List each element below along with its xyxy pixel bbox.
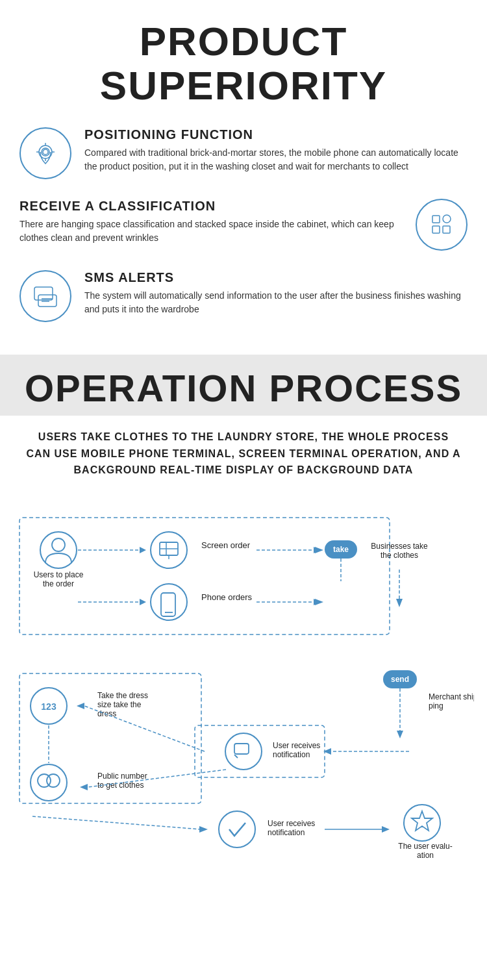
feature-sms-desc: The system will automatically send infor… [84,289,468,316]
svg-point-72 [47,774,60,787]
svg-point-40 [151,584,187,620]
svg-text:ping: ping [429,701,443,710]
svg-point-56 [225,733,262,770]
sms-icon [19,270,71,322]
positioning-icon [19,127,71,179]
svg-marker-62 [323,748,331,755]
svg-marker-48 [396,599,403,607]
svg-text:User receives: User receives [268,819,315,828]
feature-positioning-title: POSITIONING FUNCTION [84,127,468,142]
svg-text:Phone orders: Phone orders [201,592,253,602]
svg-text:Take the dress: Take the dress [97,691,148,700]
svg-rect-10 [443,226,450,233]
feature-classification-title: RECEIVE A CLASSIFICATION [19,199,403,214]
svg-text:size take the: size take the [97,700,142,709]
svg-line-77 [32,816,201,829]
operation-title: OPERATION PROCESS [19,368,468,409]
svg-marker-55 [77,703,84,709]
operation-desc-section: USERS TAKE CLOTHES TO THE LAUNDRY STORE,… [0,416,487,492]
svg-rect-9 [432,226,440,233]
svg-text:User receives: User receives [273,741,320,750]
svg-text:Screen order: Screen order [201,540,251,550]
feature-positioning: POSITIONING FUNCTION Compared with tradi… [19,127,468,179]
svg-text:Public number: Public number [97,772,147,781]
svg-rect-7 [432,216,440,223]
svg-marker-83 [382,826,390,833]
svg-text:123: 123 [41,701,56,712]
svg-line-54 [84,706,205,751]
svg-text:ation: ation [417,851,434,860]
svg-text:the clothes: the clothes [381,551,418,560]
svg-rect-12 [38,295,56,307]
svg-marker-68 [397,731,403,738]
svg-text:The user evalu-: The user evalu- [398,842,452,851]
svg-marker-39 [140,599,146,605]
svg-text:Merchant ship-: Merchant ship- [429,692,474,701]
svg-point-8 [443,215,451,223]
svg-marker-46 [315,599,323,605]
feature-classification-text: RECEIVE A CLASSIFICATION There are hangi… [19,199,403,245]
svg-marker-78 [199,826,208,833]
flow-diagram: Users to place the order Screen order ta… [13,505,474,868]
svg-text:the order: the order [43,579,74,588]
svg-marker-32 [315,547,323,553]
feature-positioning-desc: Compared with traditional brick-and-mort… [84,146,468,173]
page-title: PRODUCT SUPERIORITY [19,19,468,108]
svg-rect-57 [234,744,249,754]
operation-description: USERS TAKE CLOTHES TO THE LAUNDRY STORE,… [26,429,461,479]
classification-icon [416,199,468,251]
svg-text:dress: dress [97,709,116,718]
svg-marker-23 [140,547,146,553]
feature-sms-text: SMS ALERTS The system will automatically… [84,270,468,316]
feature-classification: RECEIVE A CLASSIFICATION There are hangi… [19,199,468,251]
svg-point-79 [219,811,255,848]
svg-point-19 [52,538,65,551]
svg-point-24 [151,532,187,568]
svg-text:Users to place: Users to place [34,570,84,579]
svg-marker-76 [80,784,88,790]
feature-sms-title: SMS ALERTS [84,270,468,285]
svg-rect-11 [34,287,53,300]
svg-text:Businesses take: Businesses take [371,542,428,551]
svg-text:notification: notification [268,828,305,837]
svg-text:send: send [391,675,409,684]
svg-text:take: take [333,545,349,554]
svg-marker-85 [412,811,432,831]
feature-positioning-text: POSITIONING FUNCTION Compared with tradi… [84,127,468,173]
operation-section-header: OPERATION PROCESS [0,355,487,416]
svg-point-70 [31,764,67,801]
svg-line-58 [234,755,238,758]
svg-text:notification: notification [273,750,310,759]
feature-sms: SMS ALERTS The system will automatically… [19,270,468,322]
feature-classification-desc: There are hanging space classification a… [19,218,403,245]
flow-section: Users to place the order Screen order ta… [0,492,487,890]
svg-point-1 [43,149,48,155]
product-superiority-section: PRODUCT SUPERIORITY POSITIONING FUNCTION… [0,0,487,355]
